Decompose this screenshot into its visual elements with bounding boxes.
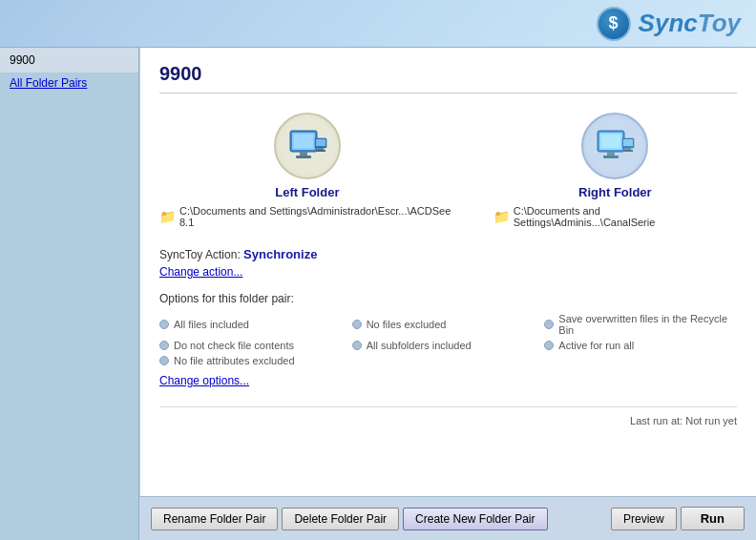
page-title: 9900 — [159, 63, 737, 93]
option-item: No files excluded — [352, 313, 545, 336]
action-label: SyncToy Action: — [159, 248, 241, 261]
option-label: Active for run all — [558, 340, 634, 351]
option-label: All files included — [174, 319, 249, 330]
option-dot — [159, 341, 169, 350]
folders-row: Left Folder 📁 C:\Documents and Settings\… — [159, 113, 737, 228]
rename-folder-pair-button[interactable]: Rename Folder Pair — [151, 508, 278, 530]
logo: $ SyncToy — [597, 7, 741, 41]
svg-rect-3 — [300, 152, 307, 156]
svg-rect-8 — [316, 150, 326, 152]
sidebar-item-all-folder-pairs[interactable]: All Folder Pairs — [0, 73, 138, 93]
run-button[interactable]: Run — [681, 507, 745, 530]
logo-text: SyncToy — [639, 9, 741, 38]
option-label: Save overwritten files in the Recycle Bi… — [558, 313, 737, 336]
option-item: Active for run all — [544, 340, 737, 351]
right-folder-icon-small: 📁 — [494, 209, 510, 224]
option-item: Do not check file contents — [159, 340, 352, 351]
header: $ SyncToy — [0, 0, 756, 48]
option-dot — [544, 341, 554, 350]
logo-symbol: $ — [609, 13, 619, 33]
toolbar: Rename Folder Pair Delete Folder Pair Cr… — [139, 496, 756, 540]
left-folder-icon-small: 📁 — [159, 209, 176, 224]
option-label: Do not check file contents — [174, 340, 294, 351]
left-folder-path-row: 📁 C:\Documents and Settings\Administrado… — [159, 205, 455, 228]
option-label: No file attributes excluded — [174, 355, 295, 366]
logo-icon: $ — [597, 7, 631, 41]
option-dot — [544, 320, 554, 329]
options-grid: All files included No files excluded Sav… — [159, 313, 737, 366]
content-area: 9900 — [139, 48, 756, 540]
preview-button[interactable]: Preview — [611, 508, 677, 530]
svg-rect-6 — [316, 139, 326, 146]
sidebar: 9900 All Folder Pairs — [0, 48, 139, 540]
options-title: Options for this folder pair: — [159, 292, 737, 305]
right-folder-path: C:\Documents and Settings\Adminis...\Can… — [514, 205, 737, 228]
svg-rect-7 — [318, 148, 324, 150]
svg-rect-4 — [296, 156, 311, 158]
right-folder-path-row: 📁 C:\Documents and Settings\Adminis...\C… — [494, 205, 737, 228]
main-layout: 9900 All Folder Pairs 9900 — [0, 48, 756, 540]
svg-rect-17 — [623, 150, 633, 152]
change-options-link[interactable]: Change options... — [159, 374, 249, 387]
svg-rect-2 — [294, 135, 313, 148]
option-dot — [352, 320, 362, 329]
option-item: No file attributes excluded — [159, 355, 352, 366]
option-item: All files included — [159, 313, 352, 336]
action-section: SyncToy Action: Synchronize Change actio… — [159, 247, 737, 279]
option-item: Save overwritten files in the Recycle Bi… — [544, 313, 737, 336]
option-label: No files excluded — [367, 319, 447, 330]
svg-rect-11 — [601, 135, 620, 148]
sidebar-item-9900[interactable]: 9900 — [0, 48, 138, 73]
option-dot — [352, 341, 362, 350]
svg-rect-16 — [625, 148, 631, 150]
option-dot — [159, 356, 169, 365]
right-folder-item: Right Folder 📁 C:\Documents and Settings… — [494, 113, 737, 228]
options-section: Options for this folder pair: All files … — [159, 292, 737, 387]
option-item: All subfolders included — [352, 340, 545, 351]
right-computer-svg — [594, 127, 636, 165]
delete-folder-pair-button[interactable]: Delete Folder Pair — [282, 508, 399, 530]
svg-rect-12 — [607, 152, 615, 156]
right-folder-label: Right Folder — [578, 185, 652, 199]
action-value: Synchronize — [243, 247, 317, 261]
last-run: Last run at: Not run yet — [159, 406, 737, 426]
logo-sync: Sync — [639, 9, 698, 37]
logo-toy: Toy — [698, 9, 741, 37]
change-action-link[interactable]: Change action... — [159, 265, 737, 279]
option-dot — [159, 320, 169, 329]
svg-rect-15 — [623, 139, 633, 146]
option-label: All subfolders included — [367, 340, 472, 351]
create-new-folder-pair-button[interactable]: Create New Folder Pair — [403, 508, 547, 530]
content-main: 9900 — [139, 48, 756, 496]
left-computer-svg — [286, 127, 328, 165]
left-folder-icon — [274, 113, 341, 179]
left-folder-label: Left Folder — [275, 185, 339, 199]
left-folder-item: Left Folder 📁 C:\Documents and Settings\… — [159, 113, 455, 228]
left-folder-path: C:\Documents and Settings\Administrador\… — [179, 205, 455, 228]
right-folder-icon — [581, 113, 648, 179]
svg-rect-13 — [603, 156, 619, 158]
